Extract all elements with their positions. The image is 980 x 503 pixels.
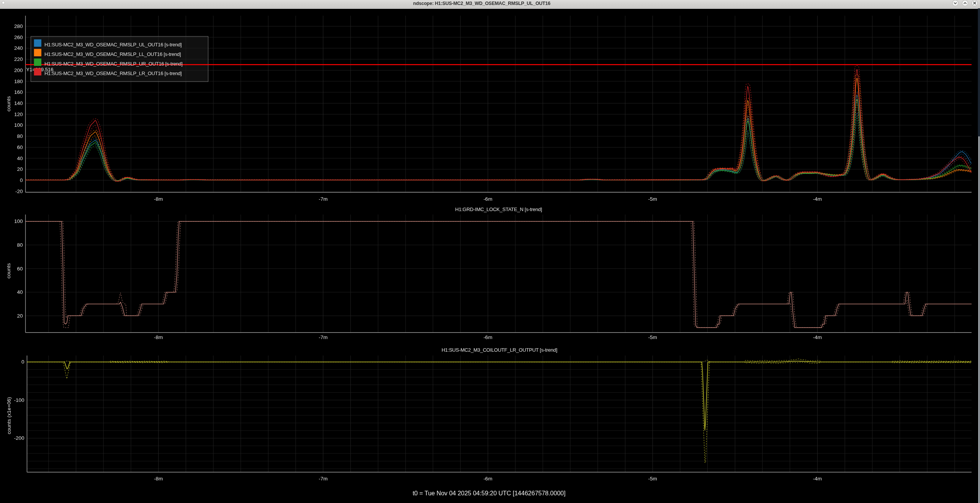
svg-text:80: 80 [17,133,23,139]
svg-text:-6m: -6m [483,196,492,202]
svg-text:H1:SUS-MC2_M3_COILOUTF_LR_OUTP: H1:SUS-MC2_M3_COILOUTF_LR_OUTPUT [s-tren… [442,347,557,353]
svg-text:220: 220 [14,56,23,62]
svg-text:40: 40 [17,289,23,295]
svg-text:counts: counts [6,263,11,279]
svg-text:-5m: -5m [648,196,657,202]
svg-text:counts: counts [6,96,11,111]
svg-text:-100: -100 [14,397,24,403]
svg-text:-8m: -8m [154,476,163,482]
svg-text:180: 180 [14,79,23,84]
svg-text:-5m: -5m [648,334,657,340]
svg-text:100: 100 [14,122,23,128]
svg-text:60: 60 [17,266,23,272]
svg-text:-8m: -8m [154,334,163,340]
svg-text:240: 240 [14,45,23,51]
svg-text:-7m: -7m [319,334,327,340]
svg-text:140: 140 [14,100,23,106]
svg-text:counts (x1e+06): counts (x1e+06) [6,397,12,434]
svg-text:-4m: -4m [813,334,822,340]
svg-text:-6m: -6m [483,334,492,340]
svg-text:80: 80 [17,242,23,248]
svg-text:-5m: -5m [648,476,657,482]
svg-text:-4m: -4m [813,476,822,482]
svg-text:-200: -200 [14,435,24,441]
svg-text:0: 0 [20,177,23,183]
svg-text:H1:SUS-MC2_M3_WD_OSEMAC_RMSLP_: H1:SUS-MC2_M3_WD_OSEMAC_RMSLP_UL_OUT16 [… [44,42,182,48]
svg-text:20: 20 [17,166,23,172]
svg-text:260: 260 [14,34,23,40]
svg-text:-4m: -4m [813,196,822,202]
svg-text:40: 40 [17,156,23,161]
svg-text:100: 100 [14,218,23,224]
svg-text:280: 280 [14,23,23,29]
svg-text:H1:SUS-MC2_M3_WD_OSEMAC_RMSLP_: H1:SUS-MC2_M3_WD_OSEMAC_RMSLP_LR_OUT16 [… [44,70,182,76]
svg-text:-8m: -8m [154,196,163,202]
svg-text:0: 0 [21,359,25,365]
svg-text:-7m: -7m [319,196,327,202]
svg-text:60: 60 [17,144,23,150]
svg-text:120: 120 [14,111,23,117]
svg-text:-7m: -7m [319,476,327,482]
svg-text:ndscope: H1:SUS-MC2_M3_WD_OSEM: ndscope: H1:SUS-MC2_M3_WD_OSEMAC_RMSLP_U… [413,1,551,6]
svg-text:200: 200 [14,67,23,73]
svg-text:H1:GRD-IMC_LOCK_STATE_N [s-tre: H1:GRD-IMC_LOCK_STATE_N [s-trend] [455,206,542,212]
svg-text:t0 = Tue Nov 04 2025 04:59:20: t0 = Tue Nov 04 2025 04:59:20 UTC [14462… [412,490,565,496]
svg-text:-6m: -6m [483,476,492,482]
svg-text:H1:SUS-MC2_M3_WD_OSEMAC_RMSLP_: H1:SUS-MC2_M3_WD_OSEMAC_RMSLP_UR_OUT16 [… [44,61,183,67]
svg-text:20: 20 [17,313,23,319]
svg-text:-20: -20 [15,188,23,194]
svg-text:H1:SUS-MC2_M3_WD_OSEMAC_RMSLP_: H1:SUS-MC2_M3_WD_OSEMAC_RMSLP_LL_OUT16 [… [44,51,181,57]
svg-text:160: 160 [14,89,23,95]
